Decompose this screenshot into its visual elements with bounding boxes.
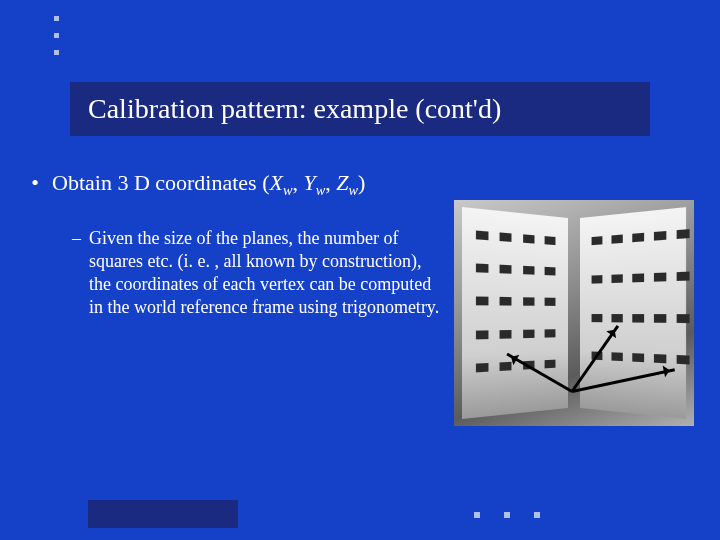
calibration-pattern-image (454, 200, 694, 426)
bullet-level1: • Obtain 3 D coordinates (Xw, Yw, Zw) (28, 170, 692, 199)
dot (534, 512, 540, 518)
bullet-marker: • (28, 170, 42, 196)
dot (54, 33, 59, 38)
dot (474, 512, 480, 518)
accent-bar (88, 500, 238, 528)
bullet-level2: – Given the size of the planes, the numb… (72, 227, 442, 319)
calibration-plane-left (462, 207, 568, 419)
sub-bullet-text: Given the size of the planes, the number… (89, 227, 442, 319)
dot (54, 50, 59, 55)
slide-title-text: Calibration pattern: example (cont'd) (88, 93, 501, 125)
slide-title: Calibration pattern: example (cont'd) (70, 82, 650, 136)
dot (504, 512, 510, 518)
square-grid (592, 231, 672, 387)
dot (54, 16, 59, 21)
decorative-dots-top (54, 16, 59, 67)
sub-bullet-marker: – (72, 227, 81, 319)
bullet-text: Obtain 3 D coordinates (Xw, Yw, Zw) (52, 170, 365, 199)
square-grid (476, 231, 556, 387)
decorative-dots-bottom (474, 512, 540, 518)
